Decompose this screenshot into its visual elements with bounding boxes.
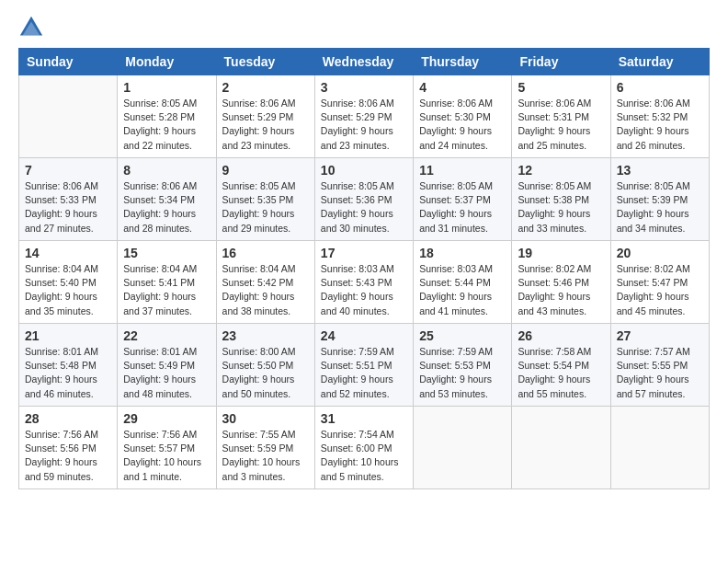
day-cell <box>19 75 118 158</box>
day-cell: 8Sunrise: 8:06 AMSunset: 5:34 PMDaylight… <box>118 158 216 241</box>
day-number: 24 <box>321 328 407 343</box>
day-number: 29 <box>123 411 210 426</box>
day-info: Sunrise: 8:04 AMSunset: 5:40 PMDaylight:… <box>25 262 111 318</box>
day-cell: 15Sunrise: 8:04 AMSunset: 5:41 PMDayligh… <box>118 241 216 324</box>
day-cell: 17Sunrise: 8:03 AMSunset: 5:43 PMDayligh… <box>314 241 413 324</box>
day-cell: 29Sunrise: 7:56 AMSunset: 5:57 PMDayligh… <box>118 407 216 489</box>
day-cell: 24Sunrise: 7:59 AMSunset: 5:51 PMDayligh… <box>314 324 413 407</box>
day-cell: 9Sunrise: 8:05 AMSunset: 5:35 PMDaylight… <box>216 158 314 241</box>
header-cell-thursday: Thursday <box>414 49 512 75</box>
day-info: Sunrise: 8:06 AMSunset: 5:30 PMDaylight:… <box>419 97 506 153</box>
day-cell: 13Sunrise: 8:05 AMSunset: 5:39 PMDayligh… <box>610 158 709 241</box>
day-number: 16 <box>222 246 309 260</box>
header-cell-saturday: Saturday <box>610 49 709 75</box>
day-info: Sunrise: 8:06 AMSunset: 5:29 PMDaylight:… <box>321 97 407 153</box>
day-number: 10 <box>321 163 407 178</box>
day-info: Sunrise: 8:01 AMSunset: 5:48 PMDaylight:… <box>25 345 111 401</box>
day-cell: 16Sunrise: 8:04 AMSunset: 5:42 PMDayligh… <box>216 241 314 324</box>
day-info: Sunrise: 8:06 AMSunset: 5:34 PMDaylight:… <box>123 179 210 236</box>
day-cell <box>512 407 610 489</box>
day-number: 18 <box>419 246 506 260</box>
day-cell: 3Sunrise: 8:06 AMSunset: 5:29 PMDaylight… <box>314 75 413 158</box>
day-info: Sunrise: 8:05 AMSunset: 5:36 PMDaylight:… <box>321 179 407 236</box>
day-cell: 21Sunrise: 8:01 AMSunset: 5:48 PMDayligh… <box>19 324 118 407</box>
header <box>18 15 710 40</box>
day-number: 6 <box>617 80 703 95</box>
day-cell: 14Sunrise: 8:04 AMSunset: 5:40 PMDayligh… <box>19 241 118 324</box>
day-cell <box>414 407 512 489</box>
day-info: Sunrise: 7:59 AMSunset: 5:53 PMDaylight:… <box>419 345 506 401</box>
day-cell: 6Sunrise: 8:06 AMSunset: 5:32 PMDaylight… <box>610 75 709 158</box>
day-cell: 2Sunrise: 8:06 AMSunset: 5:29 PMDaylight… <box>216 75 314 158</box>
day-number: 28 <box>25 411 111 426</box>
logo-icon <box>18 15 44 40</box>
day-cell: 12Sunrise: 8:05 AMSunset: 5:38 PMDayligh… <box>512 158 610 241</box>
day-info: Sunrise: 8:02 AMSunset: 5:46 PMDaylight:… <box>518 262 604 318</box>
day-cell: 25Sunrise: 7:59 AMSunset: 5:53 PMDayligh… <box>414 324 512 407</box>
day-number: 5 <box>518 80 604 95</box>
day-info: Sunrise: 8:05 AMSunset: 5:37 PMDaylight:… <box>419 179 506 236</box>
week-row-4: 21Sunrise: 8:01 AMSunset: 5:48 PMDayligh… <box>19 324 710 407</box>
day-info: Sunrise: 7:56 AMSunset: 5:56 PMDaylight:… <box>25 428 111 484</box>
day-number: 8 <box>123 163 210 178</box>
day-info: Sunrise: 7:55 AMSunset: 5:59 PMDaylight:… <box>222 428 309 484</box>
day-number: 17 <box>321 246 407 260</box>
day-info: Sunrise: 7:56 AMSunset: 5:57 PMDaylight:… <box>123 428 210 484</box>
day-number: 14 <box>25 246 111 260</box>
day-cell: 28Sunrise: 7:56 AMSunset: 5:56 PMDayligh… <box>19 407 118 489</box>
day-info: Sunrise: 7:58 AMSunset: 5:54 PMDaylight:… <box>518 345 604 401</box>
header-cell-wednesday: Wednesday <box>314 49 413 75</box>
day-cell: 1Sunrise: 8:05 AMSunset: 5:28 PMDaylight… <box>118 75 216 158</box>
day-number: 21 <box>25 328 111 343</box>
day-cell: 20Sunrise: 8:02 AMSunset: 5:47 PMDayligh… <box>610 241 709 324</box>
day-number: 1 <box>123 80 210 95</box>
day-info: Sunrise: 8:06 AMSunset: 5:33 PMDaylight:… <box>25 179 111 236</box>
day-cell: 31Sunrise: 7:54 AMSunset: 6:00 PMDayligh… <box>314 407 413 489</box>
day-number: 7 <box>25 163 111 178</box>
day-cell: 4Sunrise: 8:06 AMSunset: 5:30 PMDaylight… <box>414 75 512 158</box>
week-row-1: 1Sunrise: 8:05 AMSunset: 5:28 PMDaylight… <box>19 75 710 158</box>
day-cell: 5Sunrise: 8:06 AMSunset: 5:31 PMDaylight… <box>512 75 610 158</box>
day-number: 25 <box>419 328 506 343</box>
day-cell: 27Sunrise: 7:57 AMSunset: 5:55 PMDayligh… <box>610 324 709 407</box>
day-number: 13 <box>617 163 703 178</box>
day-cell <box>610 407 709 489</box>
day-info: Sunrise: 8:05 AMSunset: 5:39 PMDaylight:… <box>617 179 703 236</box>
day-number: 30 <box>222 411 309 426</box>
day-info: Sunrise: 8:06 AMSunset: 5:32 PMDaylight:… <box>617 97 703 153</box>
day-info: Sunrise: 8:06 AMSunset: 5:31 PMDaylight:… <box>518 97 604 153</box>
calendar-table: SundayMondayTuesdayWednesdayThursdayFrid… <box>18 48 710 489</box>
header-cell-monday: Monday <box>118 49 216 75</box>
day-info: Sunrise: 8:04 AMSunset: 5:41 PMDaylight:… <box>123 262 210 318</box>
day-cell: 10Sunrise: 8:05 AMSunset: 5:36 PMDayligh… <box>314 158 413 241</box>
header-row: SundayMondayTuesdayWednesdayThursdayFrid… <box>19 49 710 75</box>
day-number: 11 <box>419 163 506 178</box>
day-number: 19 <box>518 246 604 260</box>
day-info: Sunrise: 8:00 AMSunset: 5:50 PMDaylight:… <box>222 345 309 401</box>
day-cell: 22Sunrise: 8:01 AMSunset: 5:49 PMDayligh… <box>118 324 216 407</box>
day-number: 4 <box>419 80 506 95</box>
day-info: Sunrise: 8:02 AMSunset: 5:47 PMDaylight:… <box>617 262 703 318</box>
week-row-5: 28Sunrise: 7:56 AMSunset: 5:56 PMDayligh… <box>19 407 710 489</box>
day-cell: 18Sunrise: 8:03 AMSunset: 5:44 PMDayligh… <box>414 241 512 324</box>
day-cell: 26Sunrise: 7:58 AMSunset: 5:54 PMDayligh… <box>512 324 610 407</box>
day-number: 12 <box>518 163 604 178</box>
day-number: 15 <box>123 246 210 260</box>
day-number: 27 <box>617 328 703 343</box>
day-info: Sunrise: 8:06 AMSunset: 5:29 PMDaylight:… <box>222 97 309 153</box>
header-cell-tuesday: Tuesday <box>216 49 314 75</box>
day-number: 31 <box>321 411 407 426</box>
day-info: Sunrise: 7:57 AMSunset: 5:55 PMDaylight:… <box>617 345 703 401</box>
day-number: 9 <box>222 163 309 178</box>
day-cell: 7Sunrise: 8:06 AMSunset: 5:33 PMDaylight… <box>19 158 118 241</box>
day-info: Sunrise: 8:03 AMSunset: 5:43 PMDaylight:… <box>321 262 407 318</box>
day-number: 2 <box>222 80 309 95</box>
week-row-3: 14Sunrise: 8:04 AMSunset: 5:40 PMDayligh… <box>19 241 710 324</box>
day-cell: 19Sunrise: 8:02 AMSunset: 5:46 PMDayligh… <box>512 241 610 324</box>
logo <box>18 15 48 40</box>
header-cell-sunday: Sunday <box>19 49 118 75</box>
day-number: 3 <box>321 80 407 95</box>
day-info: Sunrise: 8:01 AMSunset: 5:49 PMDaylight:… <box>123 345 210 401</box>
day-info: Sunrise: 8:04 AMSunset: 5:42 PMDaylight:… <box>222 262 309 318</box>
day-info: Sunrise: 8:05 AMSunset: 5:35 PMDaylight:… <box>222 179 309 236</box>
